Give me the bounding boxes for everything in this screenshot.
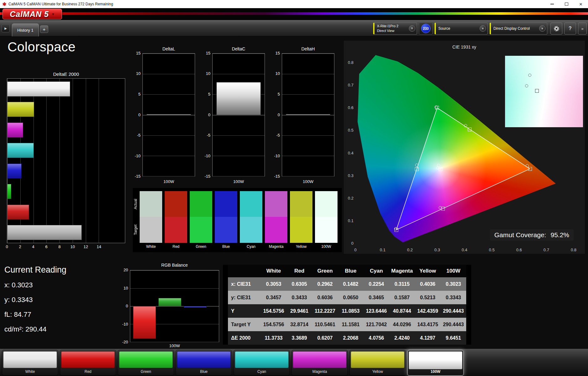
swatch-actual <box>165 191 187 217</box>
plot-area <box>282 53 334 176</box>
color-button-cyan[interactable]: Cyan <box>234 350 290 376</box>
table-cell: 0.2254 <box>364 277 389 291</box>
app-icon <box>2 2 7 6</box>
swatch-100w: 100W <box>315 191 338 249</box>
measured-point-green <box>435 106 438 109</box>
gridline <box>143 54 195 54</box>
chart-title: RGB Balance <box>130 263 219 268</box>
table-row: x: CIE310.30530.63050.29620.14820.22540.… <box>228 277 466 291</box>
settings-button[interactable] <box>550 23 562 34</box>
y-tick-label: 0.3 <box>345 173 353 178</box>
color-button-magenta[interactable]: Magenta <box>291 350 348 376</box>
panel-expand-button[interactable]: » <box>578 23 587 34</box>
swatch-target <box>165 217 187 243</box>
y-tick-label: -15 <box>201 174 210 179</box>
table-cell: 154.5756 <box>261 304 286 318</box>
y-tick-label: 0.2 <box>345 196 353 201</box>
table-row: Y154.575629.9461112.222711.0853123.64464… <box>228 304 466 318</box>
swatch-green: Green <box>190 191 212 249</box>
calman-window: CalMAN 5 CalMAN Ultimate for Business 27… <box>0 0 588 376</box>
table-cell: 0.5213 <box>415 291 441 304</box>
gridline <box>282 156 334 156</box>
meter-status[interactable]: 233 <box>419 23 433 34</box>
brand-bar: CalMAN 5 ▼ <box>0 8 588 20</box>
color-chip <box>177 351 231 368</box>
toolbar: ▶ History 1 + X-Rite i1Pro 2 Direct View… <box>0 20 588 36</box>
target-point-cyan <box>415 167 419 171</box>
chart-title: DeltaC <box>212 46 265 51</box>
table-cell: 112.2227 <box>312 304 338 318</box>
close-button[interactable]: × <box>574 0 588 8</box>
color-button-label: Green <box>118 369 174 374</box>
x-tick-label: 0.6 <box>516 248 522 252</box>
current-reading: Current Reading x: 0.3023 y: 0.3343 fL: … <box>4 265 66 340</box>
table-cell: 0.3343 <box>441 291 466 304</box>
color-button-white[interactable]: White <box>2 350 58 376</box>
reading-fl: fL: 84.77 <box>4 311 66 319</box>
cie-inset <box>505 56 583 127</box>
deltae-bar-100w <box>7 81 70 97</box>
cie-title: CIE 1931 xy <box>344 44 585 50</box>
table-cell: 290.4443 <box>441 304 466 318</box>
plot-area <box>142 53 195 176</box>
x-axis-label: 100W <box>142 179 195 184</box>
swatch-target <box>140 217 162 243</box>
table-cell: 40.8744 <box>389 304 415 318</box>
table-cell: 0.3457 <box>261 291 286 304</box>
minimize-button[interactable] <box>545 0 559 8</box>
tab-history-1[interactable]: History 1 <box>12 24 39 36</box>
x-tick-label: 12 <box>84 244 88 249</box>
minimize-icon <box>550 4 554 4</box>
color-button-green[interactable]: Green <box>118 350 174 376</box>
reading-y: y: 0.3343 <box>4 296 66 304</box>
gridline <box>213 156 265 156</box>
gridline <box>213 54 265 54</box>
table-row: y: CIE310.34570.34330.60360.06500.34650.… <box>228 291 466 304</box>
color-button-100w[interactable]: 100W <box>407 350 464 376</box>
row-label: ΔE 2000 <box>228 331 261 345</box>
deltae2000-xaxis: 02468101214 <box>7 244 125 250</box>
y-tick-label: 15 <box>201 51 210 55</box>
swatch-blue: Blue <box>215 191 237 249</box>
bar-row <box>7 164 125 179</box>
swatch-name: 100W <box>315 243 338 249</box>
y-tick-label: 20 <box>119 268 128 272</box>
rgb_balance-bar-blue <box>184 306 207 308</box>
x-axis-label: 100W <box>130 343 219 348</box>
source-dropdown[interactable]: Source ▼ <box>435 23 488 34</box>
swatch-actual <box>315 191 338 217</box>
bottom-bar: WhiteRedGreenBlueCyanMagentaYellow100W ∧… <box>0 348 588 376</box>
inset-target-point-white <box>535 89 539 93</box>
gridline <box>143 156 195 156</box>
color-button-red[interactable]: Red <box>60 350 116 376</box>
color-button-blue[interactable]: Blue <box>176 350 232 376</box>
table-col-blue: Blue <box>338 265 364 277</box>
calman-logo[interactable]: CalMAN 5 ▼ <box>3 9 62 19</box>
meter-dropdown[interactable]: X-Rite i1Pro 2 Direct View ▼ <box>373 23 417 34</box>
table-cell: 0.3433 <box>286 291 312 304</box>
gridline <box>213 74 265 74</box>
color-chip <box>235 351 289 368</box>
table-cell: 0.0650 <box>338 291 364 304</box>
table-cell: 2.4240 <box>389 331 415 345</box>
y-tick-label: -5 <box>131 133 141 138</box>
source-label: Source <box>438 26 479 31</box>
meter-line2: Direct View <box>377 29 408 33</box>
inset-measured-point-white <box>528 74 531 77</box>
meter-status-badge: 233 <box>421 24 431 33</box>
add-tab-button[interactable]: + <box>40 25 48 33</box>
y-tick-label: -20 <box>119 340 128 344</box>
x-axis-label: 100W <box>282 179 334 184</box>
table-cell: 0.4036 <box>415 277 441 291</box>
color-button-yellow[interactable]: Yellow <box>349 350 406 376</box>
rgb_balance-bar-green <box>158 298 181 306</box>
swatch-name: Green <box>190 243 212 249</box>
gridline <box>143 94 195 95</box>
help-button[interactable]: ? <box>564 23 576 34</box>
sidebar-toggle-button[interactable]: ▶ <box>2 24 10 32</box>
maximize-button[interactable] <box>559 0 574 8</box>
color-button-label: Cyan <box>234 369 290 374</box>
table-cell: 0.1587 <box>389 291 415 304</box>
display-control-dropdown[interactable]: Direct Display Control ▼ <box>490 23 547 34</box>
gridline <box>143 74 195 74</box>
